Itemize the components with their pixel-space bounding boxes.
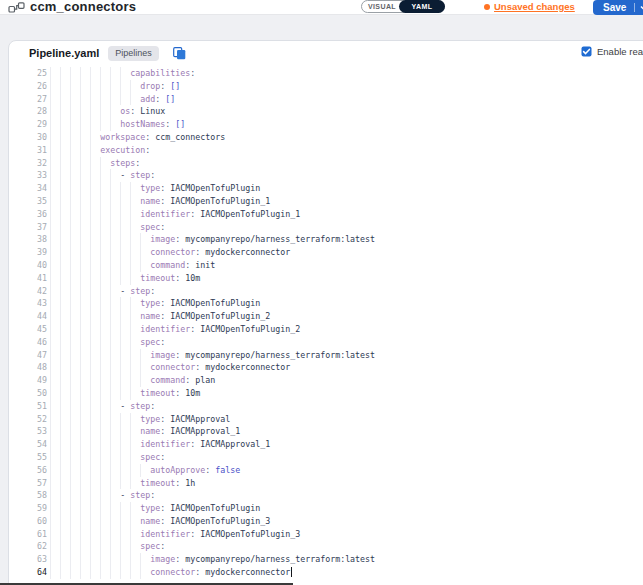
indent-guide [50, 438, 60, 451]
indent-guide [60, 349, 70, 362]
save-button[interactable]: Save [593, 2, 634, 13]
indent-guide [70, 400, 80, 413]
enable-read-write-label: Enable read/ [597, 46, 643, 57]
indent-guide [70, 157, 80, 170]
code-line[interactable]: 40command: init [9, 259, 643, 272]
code-line[interactable]: 36identifier: IACMOpenTofuPlugin_1 [9, 208, 643, 221]
indent-guide [50, 336, 60, 349]
code-line[interactable]: 53name: IACMApproval_1 [9, 425, 643, 438]
indent-guide [70, 528, 80, 541]
indent-guide [120, 67, 130, 80]
code-line[interactable]: 60name: IACMOpenTofuPlugin_3 [9, 515, 643, 528]
line-number: 58 [9, 489, 47, 502]
code-line[interactable]: 63image: mycompanyrepo/harness_terraform… [9, 553, 643, 566]
indent-guide [110, 272, 120, 285]
line-number: 30 [9, 131, 47, 144]
code-line[interactable]: 61identifier: IACMOpenTofuPlugin_3 [9, 528, 643, 541]
indent-guide [70, 438, 80, 451]
enable-read-write-toggle[interactable]: Enable read/ [581, 46, 643, 57]
code-line[interactable]: 37spec: [9, 221, 643, 234]
code-line[interactable]: 42- step: [9, 285, 643, 298]
code-line[interactable]: 38image: mycompanyrepo/harness_terraform… [9, 233, 643, 246]
code-line[interactable]: 55spec: [9, 451, 643, 464]
code-line[interactable]: 62spec: [9, 540, 643, 553]
code-line[interactable]: 26drop: [] [9, 80, 643, 93]
indent-guide [60, 336, 70, 349]
code-line[interactable]: 46spec: [9, 336, 643, 349]
code-line[interactable]: 33- step: [9, 169, 643, 182]
code-line[interactable]: 43type: IACMOpenTofuPlugin [9, 297, 643, 310]
code-line[interactable]: 59type: IACMOpenTofuPlugin [9, 502, 643, 515]
indent-guide [110, 169, 120, 182]
indent-guide [70, 297, 80, 310]
indent-guide [80, 566, 90, 579]
indent-guide [50, 477, 60, 490]
copy-icon[interactable] [173, 47, 186, 60]
indent-guide [60, 67, 70, 80]
code-line[interactable]: 29hostNames: [] [9, 118, 643, 131]
code-line[interactable]: 41timeout: 10m [9, 272, 643, 285]
indent-guide [70, 425, 80, 438]
indent-guide [120, 182, 130, 195]
indent-guide [90, 502, 100, 515]
indent-guide [100, 528, 110, 541]
code-line[interactable]: 30workspace: ccm_connectors [9, 131, 643, 144]
line-number: 40 [9, 259, 47, 272]
code-line[interactable]: 52type: IACMApproval [9, 413, 643, 426]
chevron-down-icon[interactable] [635, 5, 643, 11]
code-line[interactable]: 32steps: [9, 157, 643, 170]
code-line[interactable]: 31execution: [9, 144, 643, 157]
indent-guide [90, 387, 100, 400]
checkbox-checked-icon[interactable] [581, 46, 592, 57]
save-split-button[interactable]: Save [593, 0, 643, 15]
code-line[interactable]: 35name: IACMOpenTofuPlugin_1 [9, 195, 643, 208]
indent-guide [120, 208, 130, 221]
code-line[interactable]: 45identifier: IACMOpenTofuPlugin_2 [9, 323, 643, 336]
code-line[interactable]: 34type: IACMOpenTofuPlugin [9, 182, 643, 195]
code-line[interactable]: 64connector: mydockerconnector [9, 566, 643, 579]
indent-guide [50, 221, 60, 234]
code-line[interactable]: 49command: plan [9, 374, 643, 387]
code-line[interactable]: 51- step: [9, 400, 643, 413]
indent-guide [120, 502, 130, 515]
toggle-visual[interactable]: VISUAL [362, 1, 402, 12]
line-number: 39 [9, 246, 47, 259]
code-line[interactable]: 47image: mycompanyrepo/harness_terraform… [9, 349, 643, 362]
indent-guide [60, 464, 70, 477]
indent-guide [100, 502, 110, 515]
yaml-editor[interactable]: 25capabilities:26drop: []27add: []28os: … [9, 65, 643, 585]
indent-guide [70, 80, 80, 93]
unsaved-changes-label[interactable]: Unsaved changes [494, 1, 575, 12]
indent-guide [100, 387, 110, 400]
code-line[interactable]: 50timeout: 10m [9, 387, 643, 400]
indent-guide [130, 195, 140, 208]
visual-yaml-toggle[interactable]: VISUAL YAML [361, 0, 445, 13]
code-line[interactable]: 48connector: mydockerconnector [9, 361, 643, 374]
indent-guide [120, 387, 130, 400]
code-line[interactable]: 56autoApprove: false [9, 464, 643, 477]
indent-guide [70, 285, 80, 298]
page-title: ccm_connectors [30, 0, 136, 14]
code-line[interactable]: 44name: IACMOpenTofuPlugin_2 [9, 310, 643, 323]
indent-guide [50, 67, 60, 80]
indent-guide [130, 336, 140, 349]
indent-guide [100, 297, 110, 310]
code-line[interactable]: 25capabilities: [9, 67, 643, 80]
code-line[interactable]: 58- step: [9, 489, 643, 502]
indent-guide [50, 131, 60, 144]
indent-guide [100, 413, 110, 426]
indent-guide [50, 425, 60, 438]
indent-guide [70, 259, 80, 272]
toggle-yaml[interactable]: YAML [399, 0, 445, 13]
code-line[interactable]: 39connector: mydockerconnector [9, 246, 643, 259]
line-number: 34 [9, 182, 47, 195]
code-line[interactable]: 57timeout: 1h [9, 477, 643, 490]
indent-guide [60, 144, 70, 157]
indent-guide [80, 349, 90, 362]
unsaved-changes-link[interactable]: Unsaved changes [484, 1, 575, 12]
code-line[interactable]: 28os: Linux [9, 105, 643, 118]
code-line[interactable]: 54identifier: IACMApproval_1 [9, 438, 643, 451]
indent-guide [100, 374, 110, 387]
code-line[interactable]: 27add: [] [9, 93, 643, 106]
indent-guide [80, 169, 90, 182]
